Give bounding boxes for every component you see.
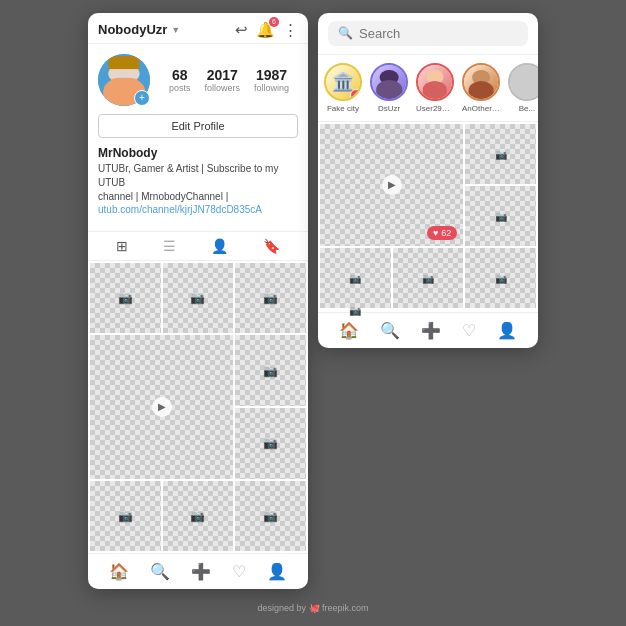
list-tab[interactable]: ☰ [163,238,176,254]
right-bottom-nav: 🏠 🔍 ➕ ♡ 👤 [318,312,538,348]
camera-icon: 📷 [495,210,507,221]
heart-icon: ♥ [433,228,438,238]
camera-icon: 📷 [263,509,278,523]
camera-icon: 📷 [263,364,278,378]
followers-count: 2017 [204,67,240,83]
home-nav-icon[interactable]: 🏠 [339,321,359,340]
right-phone: 🔍 🏛️ + Fake city [318,13,538,348]
feed-item[interactable]: 📷 [320,248,391,308]
story-item[interactable]: Be... [508,63,538,113]
story-label: AnOtherYouser [462,104,500,113]
camera-icon: 📷 [349,272,361,283]
edit-profile-button[interactable]: Edit Profile [98,114,298,138]
grid-tab[interactable]: ⊞ [116,238,128,254]
header-icons: ↩ 🔔 6 ⋮ [235,21,298,39]
posts-label: posts [169,83,191,93]
story-item[interactable]: User29004 [416,63,454,113]
story-item[interactable]: 🏛️ + Fake city [324,63,362,113]
profile-section: + 68 posts 2017 followers 1987 [88,44,308,225]
following-count: 1987 [254,67,289,83]
followers-stat: 2017 followers [204,67,240,93]
bottom-nav: 🏠 🔍 ➕ ♡ 👤 [88,553,308,589]
camera-icon: 📷 [118,509,133,523]
notifications-icon-wrap[interactable]: 🔔 6 [256,21,275,39]
profile-top: + 68 posts 2017 followers 1987 [98,54,298,106]
grid-item: 📷 [235,408,306,479]
camera-icon: 📷 [495,272,507,283]
camera-icon: 📷 [495,148,507,159]
like-count: 62 [441,228,451,238]
tag-tab[interactable]: 👤 [211,238,228,254]
search-icon: 🔍 [338,26,353,40]
camera-icon: 📷 [422,272,434,283]
left-phone: NobodyUzr ▼ ↩ 🔔 6 ⋮ [88,13,308,590]
username-row: NobodyUzr ▼ [98,22,180,37]
grid-item: 📷 [163,481,234,552]
heart-nav-icon[interactable]: ♡ [462,321,476,340]
profile-bio-2: channel | MrnobodyChannel | [98,190,298,204]
following-stat: 1987 following [254,67,289,93]
story-avatar [462,63,500,101]
story-badge: + [350,89,362,101]
play-icon: ▶ [152,397,172,417]
grid-item: 📷 [163,263,234,334]
more-icon[interactable]: ⋮ [283,21,298,39]
feed-grid: ▶ ♥ 62 📷 📷 📷 📷 [318,122,538,312]
story-label: DsUzr [378,104,400,113]
profile-nav-icon[interactable]: 👤 [267,562,287,581]
history-icon[interactable]: ↩ [235,21,248,39]
posts-stat: 68 posts [169,67,191,93]
notification-badge: 6 [269,17,279,27]
grid-item: 📷 [235,263,306,334]
story-avatar [416,63,454,101]
feed-item[interactable]: 📷 [393,248,464,308]
search-input[interactable] [359,26,518,41]
grid-item: 📷 [90,263,161,334]
story-item[interactable]: DsUzr [370,63,408,113]
add-nav-icon[interactable]: ➕ [191,562,211,581]
camera-icon: 📷 [349,304,361,315]
grid-item: 📷 [90,481,161,552]
story-avatar: 🏛️ + [324,63,362,101]
add-nav-icon[interactable]: ➕ [421,321,441,340]
left-header: NobodyUzr ▼ ↩ 🔔 6 ⋮ [88,13,308,44]
profile-link[interactable]: utub.com/channel/kjrjJN78dcD835cA [98,204,298,215]
search-bar[interactable]: 🔍 [328,21,528,46]
grid-item: 📷 [235,481,306,552]
stats-row: 68 posts 2017 followers 1987 following [160,67,298,93]
posts-count: 68 [169,67,191,83]
stories-row: 🏛️ + Fake city [318,55,538,122]
avatar-wrap: + [98,54,150,106]
camera-icon: 📷 [118,291,133,305]
photo-grid: 📷 📷 📷 ▶ 📷 📷 📷 [88,261,308,554]
feed-item[interactable]: 📷 [465,124,536,184]
story-label: User29004 [416,104,454,113]
profile-name: MrNobody [98,146,298,160]
story-item[interactable]: AnOtherYouser [462,63,500,113]
feed-item[interactable]: 📷 [465,186,536,246]
feed-item[interactable]: 📷 [465,248,536,308]
story-label: Be... [519,104,535,113]
watermark: designed by 🐙 freepik.com [257,597,368,613]
heart-nav-icon[interactable]: ♡ [232,562,246,581]
story-avatar [508,63,538,101]
grid-item-large: ▶ [90,335,233,478]
camera-icon: 📷 [263,436,278,450]
profile-nav-icon[interactable]: 👤 [497,321,517,340]
story-label: Fake city [327,104,359,113]
camera-icon: 📷 [263,291,278,305]
username-text: NobodyUzr [98,22,167,37]
content-tabs: ⊞ ☰ 👤 🔖 [88,231,308,261]
play-icon: ▶ [382,175,402,195]
camera-icon: 📷 [190,509,205,523]
search-nav-icon[interactable]: 🔍 [380,321,400,340]
home-nav-icon[interactable]: 🏠 [109,562,129,581]
story-avatar [370,63,408,101]
chevron-down-icon: ▼ [171,25,180,35]
add-avatar-button[interactable]: + [134,90,150,106]
search-nav-icon[interactable]: 🔍 [150,562,170,581]
bookmark-tab[interactable]: 🔖 [263,238,280,254]
followers-label: followers [204,83,240,93]
right-header: 🔍 [318,13,538,55]
feed-item-large[interactable]: ▶ ♥ 62 [320,124,463,246]
